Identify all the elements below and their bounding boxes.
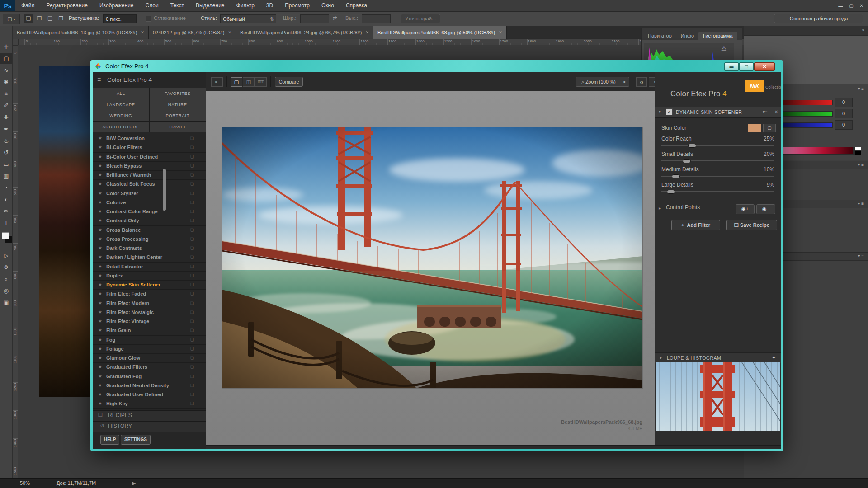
skin-color-swatch[interactable] — [748, 124, 761, 132]
window-maximize-icon[interactable]: ▢ — [849, 3, 853, 8]
screen-mode-tool[interactable]: ▣ — [0, 297, 12, 308]
section-close-icon[interactable]: ✕ — [774, 109, 778, 114]
filter-item[interactable]: ★Film Efex: Modern❏ — [93, 299, 206, 308]
dialog-title-bar[interactable]: Color Efex Pro 4 — [90, 60, 783, 72]
filter-item[interactable]: ★Graduated Filters❏ — [93, 362, 206, 372]
blur-tool[interactable]: ◔ — [0, 183, 12, 193]
zoom-control[interactable]: ⌕ Zoom (100 %) — [576, 77, 622, 87]
tag-icon[interactable]: ❏ — [190, 179, 194, 188]
lightbulb-icon[interactable]: ☼ — [636, 77, 647, 87]
tag-icon[interactable]: ❏ — [190, 344, 194, 353]
channel-value-input[interactable]: 0 — [835, 98, 853, 107]
tag-icon[interactable]: ❏ — [190, 372, 194, 381]
crop-tool[interactable]: ⌗ — [0, 89, 12, 99]
tag-icon[interactable]: ❏ — [190, 161, 194, 170]
tag-icon[interactable]: ❏ — [190, 362, 194, 371]
window-minimize-icon[interactable]: ▬ — [838, 3, 843, 8]
slider-thumb[interactable] — [683, 159, 691, 163]
dialog-close-button[interactable]: ✕ — [754, 62, 775, 71]
hand-tool[interactable]: ✥ — [0, 262, 12, 273]
status-popup-icon[interactable]: ▶ — [132, 480, 136, 486]
slider-track[interactable] — [661, 191, 774, 192]
feather-input[interactable]: 0 пикс. — [103, 14, 137, 23]
category-architecture[interactable]: ARCHITECTURE — [93, 122, 149, 132]
foreground-color-swatch[interactable] — [2, 232, 9, 239]
ramp-black-swatch[interactable] — [854, 150, 861, 155]
document-tab[interactable]: BestHDWallpapersPack966_24.jpg @ 66,7% (… — [236, 26, 373, 39]
slider-track[interactable] — [661, 160, 774, 161]
filter-item[interactable]: ★Classical Soft Focus❏ — [93, 179, 206, 189]
dock-collapse-icon[interactable]: » — [862, 28, 864, 33]
tag-icon[interactable]: ❏ — [190, 253, 194, 262]
tag-icon[interactable]: ❏ — [190, 244, 194, 253]
combine-mode-icon[interactable]: ❏ — [24, 14, 33, 23]
category-all[interactable]: ALL — [93, 88, 149, 99]
document-tab[interactable]: 0240212.jpg @ 66,7% (RGB/8#)✕ — [149, 26, 236, 39]
menu-item[interactable]: Редактирование — [41, 0, 94, 11]
antialias-checkbox[interactable] — [146, 16, 151, 22]
tag-icon[interactable]: ❏ — [190, 317, 194, 326]
slider-thumb[interactable] — [688, 144, 696, 148]
category-favorites[interactable]: FAVORITES — [150, 88, 206, 99]
type-tool[interactable]: T — [0, 218, 12, 229]
status-zoom[interactable]: 50% — [20, 480, 30, 486]
brush-tool[interactable]: ✒ — [0, 124, 12, 135]
quick-select-tool[interactable]: ✱ — [0, 77, 12, 88]
side-by-side-view-button[interactable]: ◫◫ — [255, 77, 267, 87]
menu-item[interactable]: Просмотр — [279, 0, 316, 11]
height-input[interactable] — [362, 14, 391, 23]
slider-thumb[interactable] — [667, 190, 675, 194]
filter-item[interactable]: ★Dynamic Skin Softener❏ — [93, 280, 206, 290]
filter-item[interactable]: ★Fog❏ — [93, 335, 206, 345]
filter-item[interactable]: ★Graduated User Defined❏ — [93, 390, 206, 399]
clone-stamp-tool[interactable]: ♨ — [0, 136, 12, 146]
filter-item[interactable]: ★Bleach Bypass❏ — [93, 161, 206, 171]
filter-item[interactable]: ★Bi-Color User Defined❏ — [93, 152, 206, 162]
panel-tab[interactable]: Навигатор — [643, 32, 676, 40]
gradient-tool[interactable]: ▦ — [0, 171, 12, 182]
tag-icon[interactable]: ❏ — [190, 390, 194, 399]
loupe-header[interactable]: ▾ LOUPE & HISTOGRAM ✦ — [655, 352, 781, 363]
tag-icon[interactable]: ❏ — [190, 189, 194, 198]
marquee-tool[interactable]: ▢ — [0, 53, 12, 64]
menu-item[interactable]: 3D — [260, 0, 279, 11]
eyedropper-icon[interactable]: ▢ — [763, 124, 776, 132]
filter-section-header[interactable]: ▾ ✓ DYNAMIC SKIN SOFTENER ▾≡ ✕ — [655, 107, 781, 118]
filter-item[interactable]: ★Cross Balance❏ — [93, 225, 206, 235]
tag-icon[interactable]: ❏ — [190, 134, 194, 143]
category-wedding[interactable]: WEDDING — [93, 110, 149, 121]
menu-item[interactable]: Изображение — [94, 0, 140, 11]
settings-button[interactable]: SETTINGS — [121, 435, 151, 445]
remove-control-point-button[interactable]: ◉− — [756, 204, 775, 214]
menu-item[interactable]: Выделение — [190, 0, 231, 11]
dialog-maximize-button[interactable]: ▢ — [739, 62, 754, 71]
menu-item[interactable]: Слои — [140, 0, 165, 11]
quick-mask-tool[interactable]: ◎ — [0, 286, 12, 296]
compare-button[interactable]: Compare — [275, 77, 303, 87]
tag-icon[interactable]: ❏ — [190, 289, 194, 298]
tag-icon[interactable]: ❏ — [190, 225, 194, 235]
split-view-button[interactable]: ◫ — [243, 77, 255, 87]
document-tab[interactable]: BestHDWallpapersPack966_13.jpg @ 100% (R… — [13, 26, 149, 39]
ok-button[interactable]: OK — [734, 449, 770, 449]
category-portrait[interactable]: PORTRAIT — [150, 110, 206, 121]
filter-item[interactable]: ★Film Efex: Faded❏ — [93, 289, 206, 299]
tag-icon[interactable]: ❏ — [190, 335, 194, 344]
lasso-tool[interactable]: ∿ — [0, 65, 12, 76]
tab-close-icon[interactable]: ✕ — [365, 30, 369, 35]
workspace-select[interactable]: Основная рабочая среда — [774, 14, 863, 23]
histogram-warning-icon[interactable]: ⚠ — [721, 45, 727, 52]
slider-track[interactable] — [661, 145, 774, 146]
colors-panel-menu-icon[interactable]: ▾ ≡ — [858, 86, 864, 91]
tool-preset-picker[interactable]: ▢ ▾ — [3, 14, 20, 24]
path-select-tool[interactable]: ▷ — [0, 250, 12, 261]
category-nature[interactable]: NATURE — [150, 99, 206, 110]
section-collapse-icon[interactable]: ▾ — [659, 109, 661, 114]
channel-value-input[interactable]: 0 — [835, 109, 853, 118]
preview-image[interactable] — [222, 127, 643, 389]
zoom-tool[interactable]: ⌕ — [0, 274, 12, 285]
pen-tool[interactable]: ✑ — [0, 206, 12, 217]
sidebar-menu-icon[interactable]: ≡ — [97, 76, 101, 83]
control-points-collapse-icon[interactable]: ▸ — [659, 206, 661, 211]
tab-close-icon[interactable]: ✕ — [499, 30, 502, 35]
